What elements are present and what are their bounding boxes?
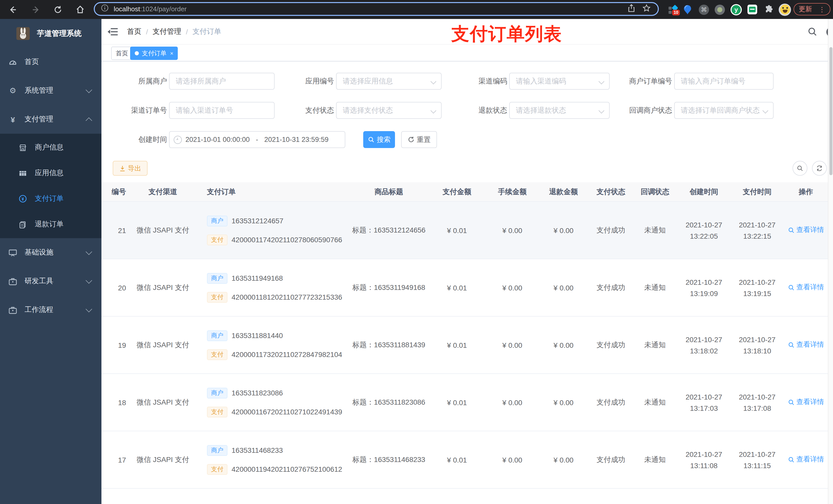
sidebar-item-app-info[interactable]: 应用信息 [0, 160, 101, 186]
extension-diamond-icon[interactable]: 10 [666, 0, 679, 19]
extension-command-icon[interactable]: ⌘ [697, 0, 711, 19]
browser-profile-avatar[interactable] [778, 0, 791, 19]
browser-reload-icon[interactable] [50, 0, 66, 19]
filter-label-pay-status: 支付状态 [275, 102, 334, 119]
app-select[interactable]: 请选择应用信息 [336, 73, 442, 90]
merchant-tag: 商户 [207, 330, 228, 341]
table-body: 21微信 JSAPI 支付商户1635312124657支付4200001174… [101, 202, 828, 504]
logo-image [16, 27, 30, 40]
update-label: 更新 [799, 5, 812, 14]
sidebar-item-home[interactable]: 首页 [0, 48, 101, 76]
cell-fee: ¥ 0.00 [487, 456, 538, 464]
channel-order-no-input[interactable]: 请输入渠道订单号 [169, 102, 275, 119]
cell-create-time: 2021-10-2713:22:05 [677, 219, 731, 241]
toggle-search-button[interactable] [792, 161, 807, 176]
header-col-pay-time: 支付时间 [731, 187, 784, 196]
pay-status-select[interactable]: 请选择支付状态 [336, 102, 442, 119]
url-path: :1024/pay/order [140, 5, 187, 13]
sidebar-item-system[interactable]: ⚙ 系统管理 [0, 76, 101, 105]
sidebar-item-merchant-info[interactable]: 商户信息 [0, 135, 101, 160]
view-detail-link[interactable]: 查看详情 [788, 398, 824, 407]
cell-refund: ¥ 0.00 [538, 284, 589, 292]
extension-record-icon[interactable] [713, 0, 727, 19]
sidebar-item-infra[interactable]: 基础设施 [0, 238, 101, 267]
site-info-icon[interactable] [101, 4, 109, 14]
browser-update-button[interactable]: 更新 ⋮ [793, 3, 830, 15]
page-scrollbar[interactable] [828, 19, 833, 504]
cell-create-time: 2021-10-2713:11:08 [677, 449, 731, 471]
chevron-down-icon [86, 277, 92, 284]
cell-id: 20 [101, 284, 127, 292]
close-icon[interactable]: × [170, 47, 173, 59]
cell-order: 商户1635311468233支付42000011942021102767521… [199, 445, 351, 475]
sidebar-item-refund-order[interactable]: 退款订单 [0, 212, 101, 237]
monitor-icon [9, 248, 17, 257]
bookmark-star-icon[interactable] [642, 4, 651, 14]
breadcrumb-home[interactable]: 首页 [127, 27, 141, 37]
order-number: 4200001173202110272847982104 [232, 350, 342, 359]
address-bar[interactable]: localhost:1024/pay/order [94, 2, 659, 16]
sidebar-item-dev-tools[interactable]: 研发工具 [0, 267, 101, 295]
cell-title: 标题：1635311468233 [351, 455, 427, 464]
notify-status-select[interactable]: 请选择订单回调商户状态 [674, 102, 774, 119]
share-icon[interactable] [627, 4, 635, 14]
app-logo[interactable]: 芋道管理系统 [0, 19, 101, 48]
channel-code-select[interactable]: 请输入渠道编码 [509, 73, 610, 90]
extension-chat-icon[interactable] [745, 0, 759, 19]
tags-view-bar: 首页 支付订单 × [101, 45, 833, 62]
header-search-icon[interactable] [804, 19, 821, 45]
search-button[interactable]: 搜索 [363, 131, 395, 148]
browser-home-icon[interactable] [72, 0, 88, 19]
cell-channel: 微信 JSAPI 支付 [127, 225, 199, 235]
cell-refund: ¥ 0.00 [538, 398, 589, 406]
header-col-order: 支付订单 [199, 187, 351, 196]
clock-icon [174, 136, 182, 144]
browser-menu-icon[interactable]: ⋮ [819, 5, 825, 13]
view-detail-link[interactable]: 查看详情 [788, 455, 824, 464]
cell-id: 18 [101, 398, 127, 406]
chevron-down-icon [86, 248, 92, 255]
cell-action: 查看详情 [784, 225, 828, 235]
pay-tag: 支付 [207, 349, 228, 360]
table-row: 20微信 JSAPI 支付商户1635311949168支付4200001181… [101, 259, 828, 316]
cell-fee: ¥ 0.00 [487, 398, 538, 406]
url-host: localhost [114, 5, 140, 13]
tab-pay-order[interactable]: 支付订单 × [130, 47, 178, 60]
view-detail-link[interactable]: 查看详情 [788, 225, 824, 235]
cell-create-time: 2021-10-2713:19:09 [677, 276, 731, 299]
extension-y-icon[interactable]: y [730, 0, 743, 19]
order-number: 4200001167202110271022491439 [232, 408, 342, 416]
extension-balloon-icon[interactable] [681, 0, 694, 19]
sidebar-item-workflow[interactable]: 工作流程 [0, 295, 101, 324]
tab-home[interactable]: 首页 [111, 47, 133, 60]
browser-forward-icon[interactable] [28, 0, 44, 19]
merchant-input[interactable]: 请选择所属商户 [169, 73, 275, 90]
filter-label-merchant: 所属商户 [101, 73, 167, 90]
sidebar-item-pay[interactable]: ¥ 支付管理 [0, 105, 101, 134]
cell-title: 标题：1635312124656 [351, 225, 427, 235]
merchant-order-no-input[interactable]: 请输入商户订单编号 [674, 73, 774, 90]
pay-submenu: 商户信息 应用信息 ¥ 支付订单 退款订单 [0, 134, 101, 238]
sidebar-item-pay-order[interactable]: ¥ 支付订单 [0, 186, 101, 212]
cell-title: 标题：1635311823086 [351, 398, 427, 407]
export-button[interactable]: 导出 [113, 161, 147, 176]
scrollbar-thumb[interactable] [829, 47, 832, 175]
chevron-down-icon [763, 108, 768, 114]
view-detail-link[interactable]: 查看详情 [788, 283, 824, 292]
filter-label-refund-status: 退款状态 [442, 102, 507, 119]
extensions-puzzle-icon[interactable] [762, 0, 776, 19]
browser-back-icon[interactable] [5, 0, 21, 19]
cell-pay-time: 2021-10-2713:22:15 [731, 219, 784, 241]
cell-id: 19 [101, 341, 127, 349]
reset-button[interactable]: 重置 [401, 131, 437, 148]
table-row: 19微信 JSAPI 支付商户1635311881440支付4200001173… [101, 316, 828, 374]
order-number: 1635311949168 [232, 274, 283, 282]
order-number: 1635311823086 [232, 389, 283, 397]
breadcrumb-pay[interactable]: 支付管理 [153, 27, 181, 37]
refresh-table-button[interactable] [812, 161, 827, 176]
dashboard-icon [9, 58, 17, 66]
create-time-range-input[interactable]: 2021-10-01 00:00:00 - 2021-10-31 23:59:5… [169, 131, 345, 148]
refund-status-select[interactable]: 请选择退款状态 [509, 102, 610, 119]
sidebar-toggle-icon[interactable] [108, 27, 118, 37]
view-detail-link[interactable]: 查看详情 [788, 340, 824, 350]
